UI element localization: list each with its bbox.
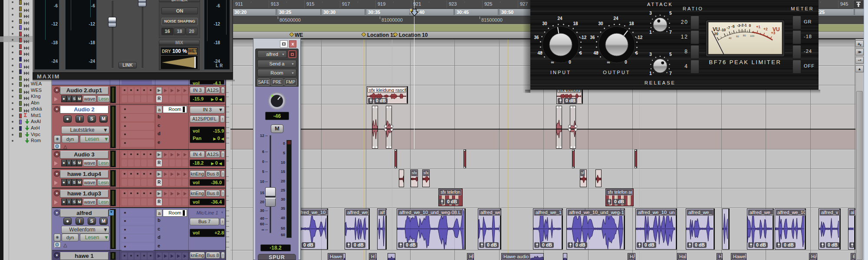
svg-text:VU: VU (713, 26, 720, 32)
svg-text:100: 100 (750, 35, 755, 37)
svg-text:-5: -5 (731, 24, 735, 29)
svg-text:80: 80 (743, 34, 746, 37)
svg-text:0: 0 (749, 23, 751, 28)
svg-text:-10: -10 (720, 28, 726, 32)
svg-text:40: 40 (729, 37, 732, 39)
svg-text:+1: +1 (756, 25, 760, 29)
svg-text:60: 60 (736, 35, 739, 38)
svg-text:-1: -1 (743, 23, 747, 27)
svg-text:+2: +2 (763, 27, 768, 31)
svg-text:-7: -7 (727, 26, 730, 30)
svg-text:VU: VU (773, 26, 780, 32)
